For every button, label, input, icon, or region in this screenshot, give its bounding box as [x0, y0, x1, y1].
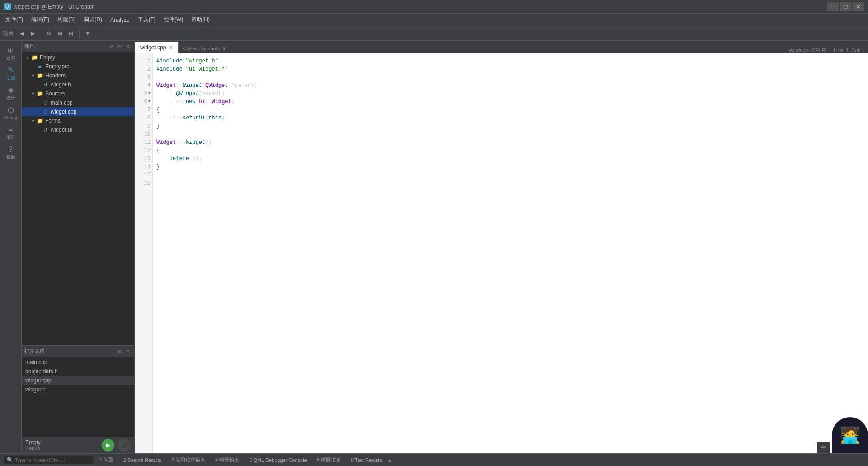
minimize-button[interactable]: ─ — [827, 2, 839, 11]
tree-item-widget-ui[interactable]: U widget.ui — [22, 125, 134, 134]
menu-tools[interactable]: 工具(T) — [134, 14, 159, 25]
panel-sync-btn[interactable]: ⟳ — [108, 43, 115, 50]
status-tab-qml-debug[interactable]: 5 QML Debugger Console — [245, 456, 311, 464]
folder-icon-empty: 📁 — [31, 54, 38, 61]
line-numbers: 1 2 3 4 5 ▼ 6 ▼ 7 8 9 10 11 12 13 14 15 … — [135, 53, 153, 453]
title-bar: Q widget.cpp @ Empty - Qt Creator ─ □ ✕ — [0, 0, 868, 14]
panel-close-btn[interactable]: ✕ — [124, 43, 132, 50]
tree-item-widget-h[interactable]: H widget.h — [22, 80, 134, 89]
tree-item-empty-pro[interactable]: ■ Empty.pro — [22, 62, 134, 71]
project-panel: 项目 ⟳ ⊡ ✕ ▼ 📁 Empty — [22, 41, 135, 345]
welcome-icon: ⊞ — [8, 46, 14, 54]
status-tab-test[interactable]: 8 Test Results — [346, 456, 387, 464]
toolbar: 项目 ◀ ▶ ⟳ ⊞ ⊟ ▼ — [0, 26, 868, 41]
toolbar-expand-btn[interactable]: ⊞ — [56, 29, 65, 38]
left-panel: 项目 ⟳ ⊡ ✕ ▼ 📁 Empty — [22, 41, 135, 453]
status-tab-app-output[interactable]: 3 应用程序输出 — [167, 455, 210, 465]
project-panel-header: 项目 ⟳ ⊡ ✕ — [22, 41, 134, 52]
close-button[interactable]: ✕ — [853, 2, 864, 11]
tree-label-widget-ui: widget.ui — [51, 127, 72, 133]
toolbar-fwd-btn[interactable]: ▶ — [28, 29, 37, 38]
toolbar-collapse-btn[interactable]: ⊟ — [66, 29, 75, 38]
doc-item-qobjectdefs[interactable]: qobjectdefs.h — [22, 367, 134, 376]
status-tab-problems[interactable]: 1 问题 — [95, 455, 118, 465]
arrow-forms: ▼ — [31, 119, 36, 124]
tree-item-forms[interactable]: ▼ 📁 Forms — [22, 116, 134, 125]
sidebar-item-help[interactable]: ? 帮助 — [2, 144, 20, 162]
menu-debug[interactable]: 调试(D) — [80, 14, 106, 25]
menu-help[interactable]: 帮助(H) — [188, 14, 213, 25]
doc-label-widget-cpp: widget.cpp — [25, 377, 51, 384]
menu-controls[interactable]: 控件(W) — [160, 14, 187, 25]
window-title: widget.cpp @ Empty - Qt Creator — [14, 4, 827, 10]
toolbar-sync-btn[interactable]: ⟳ — [45, 29, 54, 38]
toolbar-sep1 — [41, 29, 41, 38]
tree-item-headers[interactable]: ▼ 📁 Headers — [22, 71, 134, 80]
code-content[interactable]: 1 2 3 4 5 ▼ 6 ▼ 7 8 9 10 11 12 13 14 15 … — [135, 53, 868, 453]
sidebar-label-project: 项目 — [6, 134, 15, 141]
ui-file-icon: U — [42, 126, 49, 133]
doc-item-main-cpp[interactable]: main.cpp — [22, 358, 134, 367]
menu-build[interactable]: 构建(B) — [54, 14, 79, 25]
build-project-name: Empty — [25, 439, 98, 446]
select-symbol-dropdown[interactable]: <Select Symbol> ▼ — [179, 44, 230, 53]
arrow-headers: ▼ — [31, 73, 36, 78]
cpp-file-icon-main: C — [42, 99, 49, 106]
build-config: Empty Debug ▶ ⬛ — [22, 437, 134, 453]
tab-close-icon[interactable]: ✕ — [169, 45, 173, 51]
status-search-box[interactable]: 🔍 — [4, 456, 94, 464]
tree-item-empty-root[interactable]: ▼ 📁 Empty — [22, 53, 134, 62]
tree-item-sources[interactable]: ▼ 📁 Sources — [22, 89, 134, 98]
h-file-icon: H — [42, 81, 49, 88]
menu-file[interactable]: 文件(F) — [2, 14, 27, 25]
sidebar-label-welcome: 欢迎 — [6, 55, 15, 62]
doc-item-widget-cpp[interactable]: widget.cpp — [22, 376, 134, 385]
select-symbol-label: <Select Symbol> — [182, 46, 220, 51]
toolbar-back-btn[interactable]: ◀ — [17, 29, 26, 38]
status-search-input[interactable] — [15, 457, 87, 463]
menu-edit[interactable]: 编辑(E) — [28, 14, 53, 25]
open-docs-list: main.cpp qobjectdefs.h widget.cpp widget… — [22, 357, 134, 437]
help-icon: ? — [9, 145, 13, 153]
sidebar-item-welcome[interactable]: ⊞ 欢迎 — [2, 44, 20, 62]
mascot-emoji: 🧑‍💻 — [840, 426, 860, 445]
sidebar-item-project[interactable]: ≡ 项目 — [2, 124, 20, 142]
docs-close-btn[interactable]: ✕ — [124, 347, 132, 355]
status-tab-compile[interactable]: 4 编译输出 — [211, 455, 244, 465]
status-bar: 🔍 1 问题 2 Search Results 3 应用程序输出 4 编译输出 … — [0, 453, 868, 466]
line-ending-indicator: Windows (CRLF) — [788, 48, 826, 53]
open-docs-header: 打开文档 ⊡ ✕ — [22, 345, 134, 357]
mascot-decoration: 🧑‍💻 — [832, 417, 868, 453]
toolbar-filter-btn[interactable]: ▼ — [83, 29, 92, 38]
tree-item-main-cpp[interactable]: C main.cpp — [22, 98, 134, 107]
debug-icon: ⬡ — [8, 106, 14, 114]
menu-analyze[interactable]: Analyze — [107, 15, 133, 25]
stop-button[interactable]: ⬛ — [118, 439, 131, 452]
status-tab-search[interactable]: 2 Search Results — [119, 456, 166, 464]
open-docs-toolbar-buttons: ⊡ ✕ — [116, 347, 132, 355]
run-button[interactable]: ▶ — [102, 439, 114, 452]
stop-icon: ⬛ — [122, 443, 127, 448]
sidebar-item-edit[interactable]: ✎ 文编 — [2, 64, 20, 82]
menu-bar: 文件(F) 编辑(E) 构建(B) 调试(D) Analyze 工具(T) 控件… — [0, 14, 868, 26]
status-tab-arrow[interactable]: ▲ — [387, 457, 392, 463]
doc-label-qobjectdefs: qobjectdefs.h — [25, 368, 57, 375]
folder-icon-forms: 📁 — [36, 117, 43, 124]
editor-tab-widget-cpp[interactable]: widget.cpp ✕ — [135, 42, 179, 53]
sidebar-item-design[interactable]: ◈ 设计 — [2, 84, 20, 102]
chevron-down-icon: ▼ — [222, 46, 227, 51]
run-icon: ▶ — [106, 442, 110, 448]
tree-label-forms: Forms — [45, 118, 61, 124]
open-docs-panel: 打开文档 ⊡ ✕ main.cpp qobjectdefs.h widget.c… — [22, 345, 134, 453]
docs-float-btn[interactable]: ⊡ — [116, 347, 123, 355]
doc-label-main-cpp: main.cpp — [25, 359, 47, 366]
code-editor[interactable]: #include "widget.h" #include "ui_widget.… — [153, 53, 868, 453]
tree-label-widget-h: widget.h — [51, 81, 71, 88]
doc-item-widget-h[interactable]: widget.h — [22, 385, 134, 394]
status-tab-overview[interactable]: 6 概要信息 — [312, 455, 345, 465]
tree-label-sources: Sources — [45, 90, 65, 97]
panel-float-btn[interactable]: ⊡ — [116, 43, 123, 50]
sidebar-item-debug[interactable]: ⬡ Debug — [2, 104, 20, 122]
maximize-button[interactable]: □ — [840, 2, 852, 11]
tree-item-widget-cpp[interactable]: C widget.cpp — [22, 107, 134, 116]
